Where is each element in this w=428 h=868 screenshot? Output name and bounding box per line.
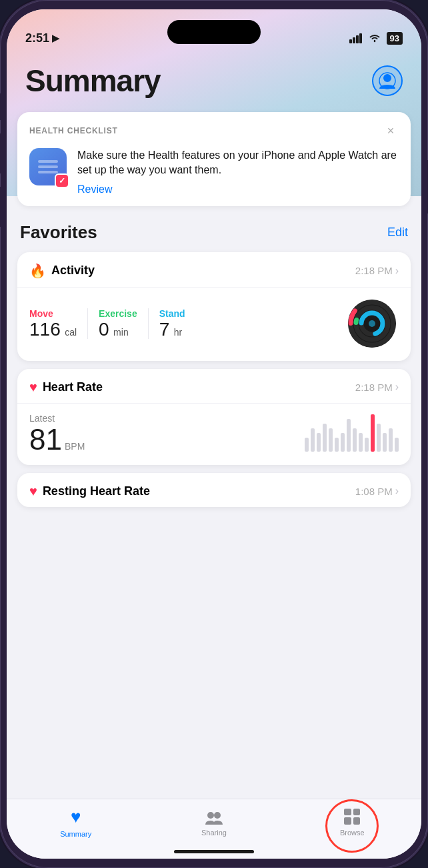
activity-card[interactable]: 🔥 Activity 2:18 PM › Move: [17, 252, 411, 361]
checklist-message: Make sure the Health features on your iP…: [77, 148, 399, 178]
close-button[interactable]: ×: [383, 123, 399, 139]
chevron-right-icon: ›: [395, 265, 399, 277]
resting-heart-rate-title: Resting Heart Rate: [43, 484, 150, 498]
hr-bar: [329, 428, 333, 452]
page-title-row: Summary: [25, 63, 403, 99]
phone-shell: 2:51 ▶: [0, 0, 428, 868]
move-value: 116: [29, 319, 61, 340]
grid-dot-1: [344, 809, 351, 816]
summary-tab-label: Summary: [60, 830, 91, 838]
activity-body: Move 116 cal Exercise 0 min: [17, 288, 411, 361]
icon-line-2: [38, 165, 58, 168]
hr-value-row: 81 BPM: [29, 425, 85, 454]
activity-time: 2:18 PM: [355, 265, 393, 276]
mute-switch: [0, 93, 1, 120]
status-time: 2:51 ▶: [25, 31, 59, 45]
time-display: 2:51: [25, 31, 49, 45]
health-checklist-card: HEALTH CHECKLIST × ✓: [17, 112, 411, 206]
heart-rate-title-group: ♥ Heart Rate: [29, 380, 103, 395]
sharing-tab-label: Sharing: [201, 829, 227, 837]
heart-rate-time: 2:18 PM: [355, 382, 393, 393]
activity-title: Activity: [51, 264, 95, 278]
activity-title-group: 🔥 Activity: [29, 263, 95, 279]
activity-rings: [345, 297, 399, 350]
profile-icon: [378, 71, 397, 90]
exercise-stat: Exercise 0 min: [88, 308, 149, 339]
tab-browse[interactable]: Browse: [283, 809, 421, 837]
page-title: Summary: [25, 63, 161, 99]
summary-tab-icon: ♥: [71, 807, 81, 827]
move-label: Move: [29, 308, 77, 319]
resting-heart-rate-title-group: ♥ Resting Heart Rate: [29, 484, 150, 499]
dynamic-island: [167, 20, 261, 44]
heart-rate-body: Latest 81 BPM: [17, 404, 411, 465]
grid-dot-2: [353, 809, 361, 816]
hr-bar: [323, 424, 327, 452]
tab-summary[interactable]: ♥ Summary: [7, 807, 145, 838]
svg-rect-1: [353, 37, 355, 43]
page-header: Summary: [7, 55, 421, 112]
icon-line-1: [38, 160, 58, 163]
icon-line-3: [38, 171, 58, 173]
grid-dot-4: [353, 817, 361, 825]
resting-time: 1:08 PM: [355, 486, 393, 497]
activity-time-chevron: 2:18 PM ›: [355, 265, 399, 277]
move-stat: Move 116 cal: [29, 308, 88, 339]
activity-flame-icon: 🔥: [29, 263, 46, 279]
hr-bar: [353, 428, 357, 452]
hr-bar: [311, 428, 315, 452]
resting-chevron-right-icon: ›: [395, 485, 399, 497]
hr-bar: [341, 433, 345, 452]
heart-rate-time-chevron: 2:18 PM ›: [355, 381, 399, 393]
stand-label: Stand: [159, 308, 185, 319]
svg-point-13: [369, 320, 375, 327]
hr-bar: [347, 419, 351, 452]
cards-container: HEALTH CHECKLIST × ✓: [7, 112, 421, 528]
favorites-section-header: Favorites Edit: [17, 222, 411, 243]
checkmark-badge: ✓: [55, 173, 69, 188]
tab-sharing[interactable]: Sharing: [145, 809, 283, 837]
hr-bar: [365, 438, 369, 452]
heart-rate-card[interactable]: ♥ Heart Rate 2:18 PM › Latest 81: [17, 369, 411, 465]
wifi-icon: [368, 33, 381, 43]
svg-point-4: [383, 74, 391, 82]
checkmark-symbol: ✓: [59, 176, 65, 185]
hr-left: Latest 81 BPM: [29, 413, 85, 454]
svg-point-14: [207, 812, 214, 819]
activity-card-header[interactable]: 🔥 Activity 2:18 PM ›: [17, 252, 411, 288]
svg-rect-2: [356, 35, 359, 43]
stand-value: 7: [159, 319, 170, 340]
favorites-title: Favorites: [20, 222, 97, 243]
hr-value: 81: [29, 425, 62, 454]
battery-level: 93: [387, 32, 403, 45]
profile-button[interactable]: [372, 65, 403, 96]
volume-up-button: [0, 133, 1, 173]
browse-tab-label: Browse: [340, 829, 365, 837]
stand-stat: Stand 7 hr: [149, 308, 185, 339]
checklist-label: HEALTH CHECKLIST: [29, 126, 118, 135]
resting-heart-rate-card[interactable]: ♥ Resting Heart Rate 1:08 PM ›: [17, 473, 411, 507]
activity-stats: Move 116 cal Exercise 0 min: [29, 308, 185, 339]
hr-bar: [335, 438, 339, 452]
hr-chart: [305, 414, 399, 454]
status-icons: 93: [349, 32, 403, 45]
heart-rate-header[interactable]: ♥ Heart Rate 2:18 PM ›: [17, 369, 411, 404]
phone-screen: 2:51 ▶: [7, 9, 421, 859]
edit-button[interactable]: Edit: [387, 226, 408, 240]
activity-rings-svg: [345, 297, 399, 350]
hr-latest-label: Latest: [29, 413, 85, 424]
checklist-header: HEALTH CHECKLIST ×: [29, 123, 399, 139]
exercise-value-row: 0 min: [99, 320, 137, 339]
heart-chevron-right-icon: ›: [395, 381, 399, 393]
hr-bar: [383, 433, 387, 452]
scroll-content[interactable]: 2:51 ▶: [7, 9, 421, 799]
hr-bar: [377, 424, 381, 452]
hr-bar: [395, 438, 399, 452]
move-value-row: 116 cal: [29, 320, 77, 339]
svg-rect-0: [349, 39, 352, 43]
resting-heart-rate-header[interactable]: ♥ Resting Heart Rate 1:08 PM ›: [17, 473, 411, 507]
hr-bar: [359, 433, 363, 452]
checklist-icon: ✓: [29, 148, 67, 185]
hr-bar: [371, 414, 375, 452]
review-link[interactable]: Review: [77, 183, 112, 195]
